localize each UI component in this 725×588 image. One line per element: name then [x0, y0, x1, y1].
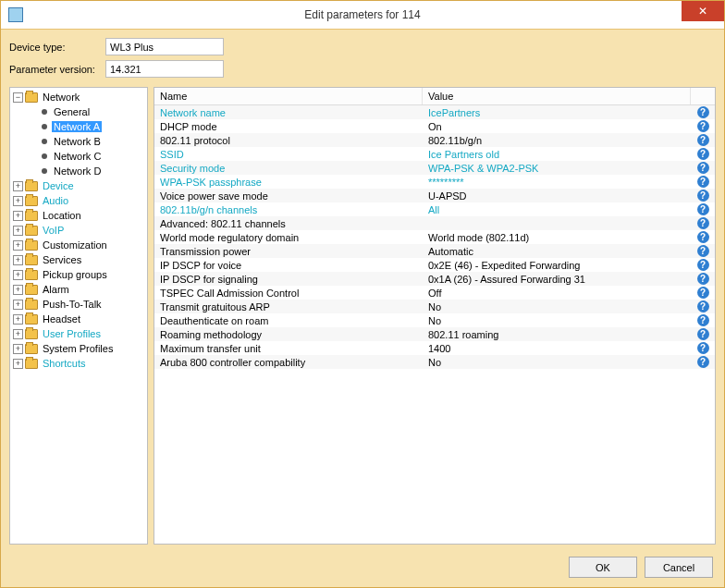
tree-node-9[interactable]: Headset: [11, 312, 146, 326]
tree-node-4[interactable]: Customization: [11, 238, 146, 252]
table-row[interactable]: SSIDIce Partners old?: [154, 147, 715, 161]
param-value[interactable]: Ice Partners old: [423, 149, 691, 160]
help-icon[interactable]: ?: [697, 356, 709, 368]
param-value[interactable]: WPA-PSK & WPA2-PSK: [423, 163, 691, 174]
table-row[interactable]: Deauthenticate on roamNo?: [154, 313, 715, 327]
table-row[interactable]: Transmit gratuitous ARPNo?: [154, 300, 715, 313]
expander-icon[interactable]: [13, 92, 23, 103]
tree-child-4[interactable]: Network D: [25, 164, 146, 178]
param-value[interactable]: 802.11b/g/n: [423, 135, 691, 146]
help-cell: ?: [691, 106, 715, 119]
help-icon[interactable]: ?: [697, 120, 709, 132]
table-row[interactable]: Network nameIcePartners?: [154, 105, 715, 119]
tree-node-network[interactable]: Network: [11, 90, 146, 104]
table-row[interactable]: TSPEC Call Admission ControlOff?: [154, 286, 715, 300]
tree-node-6[interactable]: Pickup groups: [11, 267, 146, 282]
device-type-field[interactable]: WL3 Plus: [105, 38, 224, 55]
help-icon[interactable]: ?: [697, 148, 709, 160]
table-row[interactable]: Aruba 800 controller compabilityNo?: [154, 355, 715, 369]
table-row[interactable]: Voice power save modeU-APSD?: [154, 189, 715, 202]
help-icon[interactable]: ?: [697, 342, 709, 354]
param-value[interactable]: IcePartners: [423, 107, 691, 118]
tree-node-10[interactable]: User Profiles: [11, 326, 146, 341]
tree-node-3[interactable]: VoIP: [11, 223, 146, 238]
expander-icon[interactable]: [13, 314, 23, 325]
help-icon[interactable]: ?: [697, 245, 709, 257]
expander-icon[interactable]: [13, 255, 23, 265]
help-icon[interactable]: ?: [697, 106, 709, 118]
param-value[interactable]: No: [423, 301, 691, 312]
help-icon[interactable]: ?: [697, 203, 709, 215]
tree-node-8[interactable]: Push-To-Talk: [11, 297, 146, 312]
table-row[interactable]: 802.11 protocol802.11b/g/n?: [154, 133, 715, 147]
tree-child-3[interactable]: Network C: [25, 149, 146, 164]
param-value[interactable]: 0x1A (26) - Assured Forwarding 31: [423, 274, 691, 285]
param-name: IP DSCP for voice: [154, 260, 423, 271]
help-icon[interactable]: ?: [697, 328, 709, 340]
table-row[interactable]: DHCP modeOn?: [154, 119, 715, 133]
tree-node-11[interactable]: System Profiles: [11, 341, 146, 356]
help-icon[interactable]: ?: [697, 217, 709, 229]
tree-node-12[interactable]: Shortcuts: [11, 356, 146, 371]
help-icon[interactable]: ?: [697, 287, 709, 299]
tree-node-1[interactable]: Audio: [11, 193, 146, 208]
expander-icon[interactable]: [13, 240, 23, 251]
help-icon[interactable]: ?: [697, 259, 709, 271]
expander-icon[interactable]: [13, 359, 23, 369]
help-icon[interactable]: ?: [697, 300, 709, 312]
param-value[interactable]: Automatic: [423, 246, 691, 257]
help-icon[interactable]: ?: [697, 273, 709, 285]
table-row[interactable]: IP DSCP for voice0x2E (46) - Expedited F…: [154, 258, 715, 272]
close-button[interactable]: ✕: [682, 1, 724, 21]
tree-child-1[interactable]: Network A: [25, 119, 146, 134]
expander-icon[interactable]: [13, 344, 23, 354]
help-icon[interactable]: ?: [697, 231, 709, 243]
param-value[interactable]: On: [423, 121, 691, 132]
param-value[interactable]: 1400: [423, 343, 691, 354]
header-value[interactable]: Value: [423, 88, 691, 104]
expander-icon[interactable]: [13, 270, 23, 280]
param-value[interactable]: Off: [423, 288, 691, 299]
help-icon[interactable]: ?: [697, 314, 709, 326]
table-row[interactable]: Advanced: 802.11 channels?: [154, 216, 715, 230]
help-icon[interactable]: ?: [697, 162, 709, 174]
tree-panel[interactable]: NetworkGeneralNetwork ANetwork BNetwork …: [9, 87, 148, 545]
param-value[interactable]: All: [423, 204, 691, 215]
expander-icon[interactable]: [13, 181, 23, 191]
param-value[interactable]: *********: [423, 177, 691, 188]
table-row[interactable]: Security modeWPA-PSK & WPA2-PSK?: [154, 161, 715, 175]
tree-node-2[interactable]: Location: [11, 208, 146, 223]
param-value[interactable]: 0x2E (46) - Expedited Forwarding: [423, 260, 691, 271]
help-icon[interactable]: ?: [697, 134, 709, 146]
help-icon[interactable]: ?: [697, 176, 709, 188]
table-row[interactable]: Transmission powerAutomatic?: [154, 244, 715, 258]
param-value[interactable]: World mode (802.11d): [423, 232, 691, 243]
table-row[interactable]: WPA-PSK passphrase*********?: [154, 175, 715, 189]
tree-node-5[interactable]: Services: [11, 252, 146, 267]
table-row[interactable]: World mode regulatory domainWorld mode (…: [154, 230, 715, 244]
param-value[interactable]: 802.11 roaming: [423, 329, 691, 340]
tree-child-0[interactable]: General: [25, 104, 146, 119]
parameter-version-field[interactable]: 14.321: [105, 60, 224, 78]
ok-button[interactable]: OK: [569, 557, 637, 578]
param-value[interactable]: No: [423, 357, 691, 368]
expander-icon[interactable]: [13, 300, 23, 310]
help-cell: ?: [691, 273, 715, 286]
table-row[interactable]: Roaming methodology802.11 roaming?: [154, 327, 715, 341]
tree-node-7[interactable]: Alarm: [11, 282, 146, 297]
header-name[interactable]: Name: [154, 88, 423, 104]
expander-icon[interactable]: [13, 329, 23, 339]
table-row[interactable]: IP DSCP for signaling0x1A (26) - Assured…: [154, 272, 715, 286]
table-row[interactable]: Maximum transfer unit1400?: [154, 341, 715, 355]
tree-child-2[interactable]: Network B: [25, 134, 146, 149]
expander-icon[interactable]: [13, 196, 23, 206]
help-icon[interactable]: ?: [697, 190, 709, 202]
expander-icon[interactable]: [13, 211, 23, 221]
expander-icon[interactable]: [13, 226, 23, 236]
cancel-button[interactable]: Cancel: [645, 557, 713, 578]
expander-icon[interactable]: [13, 285, 23, 295]
param-value[interactable]: U-APSD: [423, 190, 691, 202]
tree-node-0[interactable]: Device: [11, 178, 146, 193]
param-value[interactable]: No: [423, 315, 691, 326]
table-row[interactable]: 802.11b/g/n channelsAll?: [154, 202, 715, 216]
